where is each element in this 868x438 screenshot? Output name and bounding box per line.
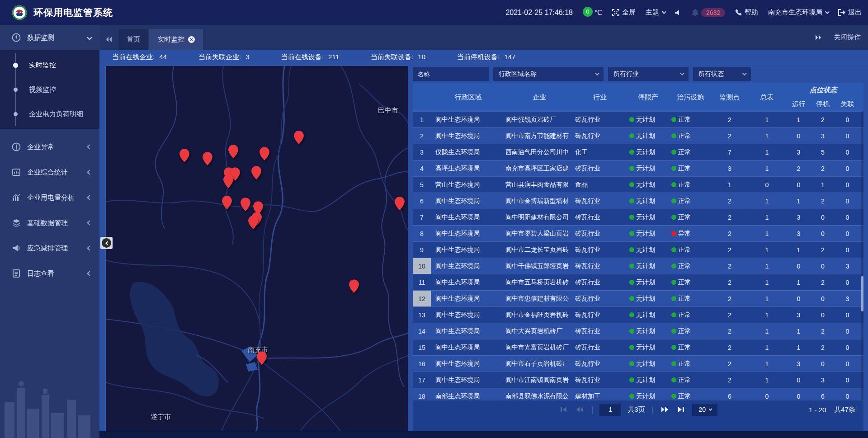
sidebar-item-realtime-monitor[interactable]: 实时监控 [0, 53, 99, 77]
fullscreen-button[interactable]: 全屏 [612, 8, 636, 17]
col-industry: 行业 [573, 83, 627, 111]
sidebar-item-video-monitor[interactable]: 视频监控 [0, 77, 99, 102]
cell-facility-status: 正常 [670, 274, 712, 290]
cell-limit-status: 无计划 [627, 128, 670, 144]
table-row[interactable]: 1 阆中生态环境局 阆中强锐页岩砖厂 砖瓦行业 无计划 正常 2 1 1 2 0 [413, 111, 863, 127]
cell-total-meter: 1 [748, 372, 786, 388]
map-pin-icon[interactable] [259, 147, 269, 160]
logout-button[interactable]: 退出 [838, 8, 862, 17]
map-roads-layer [106, 66, 408, 431]
chevron-down-icon [742, 71, 747, 75]
prev-page-button[interactable] [575, 405, 585, 414]
cell-region: 阆中生态环境局 [431, 307, 505, 323]
col-company: 企业 [505, 83, 573, 111]
sidebar-item-logs[interactable]: 日志查看 [0, 261, 99, 286]
double-chevron-left-icon [105, 36, 113, 42]
table-row[interactable]: 15 阆中生态环境局 阆中市光富页岩机砖厂 砖瓦行业 无计划 正常 2 1 1 … [413, 339, 863, 355]
speaker-icon [675, 9, 682, 16]
scrollbar-thumb[interactable] [861, 276, 863, 311]
sidebar-item-data-monitor[interactable]: 数据监测 [0, 25, 99, 50]
sidebar-item-power-analysis[interactable]: 企业用电量分析 [0, 185, 99, 210]
table-row[interactable]: 11 阆中生态环境局 阆中市五马桥页岩机砖 砖瓦行业 无计划 正常 2 1 1 … [413, 274, 863, 290]
table-row[interactable]: 9 阆中生态环境局 阆中市二龙长宝页岩砖 砖瓦行业 无计划 正常 2 1 1 2… [413, 241, 863, 258]
last-page-button[interactable] [676, 405, 686, 414]
page-size-select[interactable]: 20 [692, 404, 717, 416]
cell-company: 南部县双佛水泥有限公 [505, 388, 573, 400]
close-operations-button[interactable]: 关闭操作 [834, 33, 861, 42]
org-dropdown[interactable]: 南充市生态环境局 [768, 8, 828, 17]
cell-limit-status: 无计划 [627, 258, 670, 274]
sound-button[interactable] [675, 9, 682, 16]
close-icon[interactable]: ✕ [188, 36, 195, 43]
sidebar-item-power-load-detail[interactable]: 企业电力负荷明细 [0, 102, 99, 126]
table-row[interactable]: 3 仪陇生态环境局 西南油气田分公司川中 化工 无计划 正常 7 1 3 5 0 [413, 144, 863, 160]
help-button[interactable]: 帮助 [735, 8, 758, 17]
table-row[interactable]: 16 阆中生态环境局 阆中市石子页岩机砖厂 砖瓦行业 无计划 正常 2 1 3 … [413, 355, 863, 372]
stat-item: 当前在线设备: 211 [281, 53, 339, 61]
double-chevron-right-icon[interactable] [815, 34, 822, 41]
industry-filter-select[interactable]: 所有行业 [608, 67, 689, 81]
tab-realtime-monitor[interactable]: 实时监控 ✕ [149, 29, 203, 50]
table-row[interactable]: 17 阆中生态环境局 阆中市江南镇阆南页岩 砖瓦行业 无计划 正常 2 1 0 … [413, 372, 863, 388]
prev-page-icon [576, 406, 584, 413]
map-pin-icon[interactable] [395, 197, 405, 210]
cell-total-meter: 1 [748, 291, 786, 306]
table-row[interactable]: 10 阆中生态环境局 阆中千佛镇五郎垭页岩 砖瓦行业 无计划 正常 2 1 0 … [413, 258, 863, 274]
map-pin-icon[interactable] [179, 149, 189, 162]
cell-monitor-count: 2 [712, 307, 748, 323]
sidebar-item-emergency[interactable]: 应急减排管理 [0, 235, 99, 261]
table-row[interactable]: 5 营山生态环境局 营山县润丰肉食品有限 食品 无计划 正常 1 0 0 1 0 [413, 176, 863, 193]
cell-company: 阆中市南方节能建材有 [505, 128, 573, 144]
map-pin-icon[interactable] [251, 166, 261, 179]
map-pin-icon[interactable] [228, 145, 238, 159]
table-row[interactable]: 4 高坪生态环境局 南充市高坪区王家店建 砖瓦行业 无计划 正常 3 1 2 2… [413, 160, 863, 176]
table-row[interactable]: 8 阆中生态环境局 阆中市枣碧大梁山页岩 砖瓦行业 无计划 异常 2 1 3 0… [413, 225, 863, 241]
theme-dropdown[interactable]: 主题 [646, 8, 665, 17]
page-number-input[interactable] [599, 404, 621, 416]
cell-monitor-count: 2 [712, 258, 748, 274]
cell-run-count: 3 [786, 307, 811, 323]
map-pin-icon[interactable] [257, 351, 267, 365]
cell-stop-count: 3 [811, 128, 835, 144]
sidebar-item-enterprise-abnormal[interactable]: 企业异常 [0, 134, 99, 160]
tabs-scroll-left-button[interactable] [99, 29, 118, 50]
cell-monitor-count: 2 [712, 291, 748, 306]
region-filter-select[interactable]: 行政区域名称 [493, 67, 604, 81]
city-skyline-decoration [0, 370, 99, 438]
table-row[interactable]: 13 阆中生态环境局 阆中市金福旺页岩机砖 砖瓦行业 无计划 正常 2 1 3 … [413, 306, 863, 323]
map-pin-icon[interactable] [222, 196, 232, 210]
cell-facility-status: 正常 [670, 144, 712, 160]
table-row[interactable]: 6 阆中生态环境局 阆中市金博瑞新型墙材 砖瓦行业 无计划 正常 2 1 1 2… [413, 193, 863, 209]
map-pin-icon[interactable] [223, 174, 233, 188]
cell-industry: 砖瓦行业 [573, 160, 627, 176]
next-page-button[interactable] [660, 405, 670, 414]
sidebar-item-base-data[interactable]: 基础数据管理 [0, 210, 99, 235]
map-pin-icon[interactable] [294, 131, 304, 144]
map-pin-icon[interactable] [349, 279, 359, 293]
table-row[interactable]: 14 阆中生态环境局 阆中大兴页岩机砖厂 砖瓦行业 无计划 正常 2 1 1 2… [413, 323, 863, 339]
table-row[interactable]: 12 阆中生态环境局 阆中市忠信建材有限公 砖瓦行业 无计划 正常 2 1 0 … [413, 290, 863, 306]
map-pin-icon[interactable] [203, 152, 212, 165]
status-filter-select[interactable]: 所有状态 [693, 67, 751, 81]
cell-monitor-count: 2 [712, 242, 748, 258]
cell-total-meter: 1 [748, 274, 786, 290]
table-row[interactable]: 2 阆中生态环境局 阆中市南方节能建材有 砖瓦行业 无计划 正常 2 1 0 3… [413, 127, 863, 144]
cell-lost-count: 0 [835, 144, 860, 160]
notifications[interactable]: 2632 [692, 8, 725, 17]
tab-home[interactable]: 首页 [118, 29, 148, 50]
cell-region: 阆中生态环境局 [431, 339, 505, 355]
cell-facility-status: 正常 [670, 258, 712, 274]
panel-collapse-button[interactable] [100, 237, 113, 249]
cell-lost-count: 0 [835, 372, 860, 388]
map[interactable]: 巴中市南充市遂宁市 [105, 66, 408, 431]
document-icon [12, 269, 21, 278]
sidebar-item-enterprise-stats[interactable]: 企业综合统计 [0, 160, 99, 185]
table-row[interactable]: 18 南部生态环境局 南部县双佛水泥有限公 建材加工 无计划 正常 6 0 0 … [413, 388, 863, 400]
map-pin-icon[interactable] [248, 216, 258, 229]
table-scrollbar[interactable] [861, 111, 863, 400]
first-page-button[interactable] [559, 405, 569, 414]
first-page-icon [560, 406, 567, 413]
map-pin-icon[interactable] [241, 198, 250, 211]
table-row[interactable]: 7 阆中生态环境局 阆中明阳建材有限公司 砖瓦行业 无计划 正常 2 1 3 0… [413, 209, 863, 225]
name-filter-input[interactable] [413, 67, 489, 81]
